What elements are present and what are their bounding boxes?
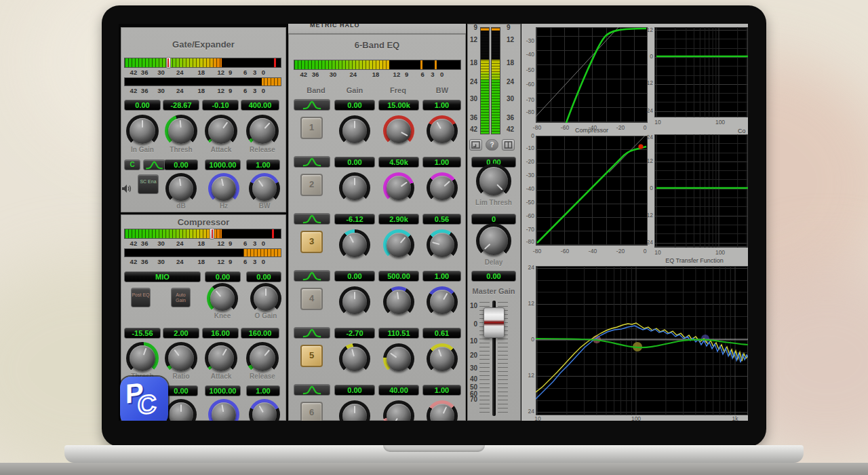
channel-link-button[interactable] — [502, 139, 515, 151]
eq-band1-gain-value[interactable]: 0.00 — [334, 100, 375, 111]
gate-sc-bw-value[interactable]: 1.00 — [246, 159, 280, 170]
gate-release-value[interactable]: 400.00 — [241, 100, 279, 111]
comp-threshold-handle[interactable] — [210, 228, 214, 240]
gate-thresh-value[interactable]: -28.67 — [163, 100, 199, 111]
gate-ingain-knob[interactable] — [126, 115, 159, 147]
eq-band4-bw-knob[interactable] — [427, 286, 458, 318]
comp-sc-hz-value[interactable]: 1000.00 — [205, 385, 241, 396]
eq-band4-bell-button[interactable] — [294, 270, 330, 282]
gate-attack-knob[interactable] — [205, 115, 237, 147]
gate-sc-enable-button[interactable]: SC Ena — [138, 174, 159, 194]
eq-band1-bw-value[interactable]: 1.00 — [422, 100, 461, 111]
eq-band2-bw-knob[interactable] — [427, 172, 458, 204]
gate-sc-hz-value[interactable]: 1000.00 — [205, 159, 241, 170]
help-button[interactable]: ? — [486, 139, 498, 151]
comp-ratio-value[interactable]: 2.00 — [163, 328, 199, 339]
eq-band2-gain-value[interactable]: 0.00 — [334, 157, 375, 168]
eq-band2-gain-knob[interactable] — [339, 172, 370, 204]
eq-band5-bw-knob[interactable] — [427, 343, 458, 375]
tick-label: 9 — [473, 24, 477, 31]
comp-thresh-knob[interactable] — [126, 342, 159, 375]
eq-band3-freq-knob[interactable] — [383, 229, 414, 261]
comp-attack-knob[interactable] — [205, 342, 237, 375]
eq-band5-freq-knob[interactable] — [383, 343, 414, 375]
eq-band2-button[interactable]: 2 — [300, 174, 323, 196]
comp-ogain-knob[interactable] — [250, 283, 281, 314]
eq-band4-button[interactable]: 4 — [300, 288, 323, 310]
limiter-knob[interactable] — [476, 164, 511, 199]
comp-ogain-value[interactable]: 0.00 — [246, 271, 281, 282]
eq-band2-bw-value[interactable]: 1.00 — [422, 157, 461, 168]
eq-band3-bell-button[interactable] — [294, 213, 330, 225]
comp-sc-db-value[interactable]: 0.00 — [164, 385, 198, 396]
eq-band5-freq-value[interactable]: 110.51 — [378, 328, 419, 339]
comp-knee-knob[interactable] — [207, 283, 238, 314]
comp-attack-value[interactable]: 16.00 — [202, 328, 239, 339]
tick-label: -40 — [526, 185, 534, 192]
gate-thresh-knob[interactable] — [165, 115, 197, 147]
eq-band2-freq-value[interactable]: 4.50k — [378, 157, 419, 168]
gate-attack-value[interactable]: -0.10 — [202, 100, 239, 111]
master-gain-value[interactable]: 0.00 — [471, 271, 516, 282]
tick-label: 30 — [330, 71, 337, 78]
eq-band3-button[interactable]: 3 — [300, 231, 323, 253]
speaker-icon[interactable] — [121, 184, 132, 193]
eq-band4-dot[interactable] — [701, 335, 709, 343]
tick-label: 42 — [130, 87, 138, 94]
eq-band1-bell-button[interactable] — [294, 99, 330, 111]
eq-band1-freq-knob[interactable] — [383, 115, 414, 147]
gate-ingain-value[interactable]: 0.00 — [124, 100, 161, 111]
window-mode-button[interactable] — [469, 139, 482, 151]
comp-release-knob[interactable] — [246, 342, 279, 375]
gate-sc-hz-label: Hz — [220, 202, 228, 210]
eq-band3-bw-knob[interactable] — [427, 229, 458, 261]
comp-autogain-button[interactable]: Auto Gain — [171, 288, 191, 307]
eq-band3-gain-knob[interactable] — [339, 229, 370, 261]
eq-band4-freq-knob[interactable] — [383, 286, 414, 318]
comp-posteq-button[interactable]: Post EQ — [131, 288, 151, 307]
eq-band6-freq-value[interactable]: 40.00 — [378, 385, 419, 396]
gate-release-knob[interactable] — [246, 115, 279, 147]
comp-ratio-knob[interactable] — [165, 342, 197, 375]
eq-band5-bw-value[interactable]: 0.61 — [422, 328, 461, 339]
eq-band5-gain-knob[interactable] — [339, 343, 370, 375]
comp-mio-display[interactable]: MIO — [124, 271, 201, 282]
eq-band5-bell-button[interactable] — [294, 327, 330, 339]
comp-sc-bw-value[interactable]: 1.00 — [246, 385, 280, 396]
tick-label: 24 — [176, 240, 184, 247]
eq-band4-gain-knob[interactable] — [339, 286, 370, 318]
eq-band1-button[interactable]: 1 — [300, 117, 323, 139]
tick-label: 40 — [470, 375, 477, 383]
gate-sc-db-value[interactable]: 0.00 — [164, 159, 198, 170]
tick-label: 18 — [197, 87, 205, 94]
tick-label: 36 — [141, 87, 149, 94]
eq-band1-freq-value[interactable]: 15.00k — [378, 100, 419, 111]
gate-sc-bw-knob[interactable] — [249, 173, 280, 204]
eq-band4-gain-value[interactable]: 0.00 — [334, 271, 375, 282]
eq-band4-bw-value[interactable]: 1.00 — [422, 271, 461, 282]
eq-band3-bw-value[interactable]: 0.56 — [422, 214, 461, 225]
eq-band3-freq-value[interactable]: 2.90k — [378, 214, 419, 225]
eq-band6-gain-value[interactable]: 0.00 — [334, 385, 375, 396]
gate-sc-bell-button[interactable] — [143, 159, 165, 170]
gate-sc-c-button[interactable]: C — [124, 159, 140, 170]
gate-sc-db-knob[interactable] — [165, 173, 197, 204]
gate-sc-hz-knob[interactable] — [208, 173, 239, 204]
eq-band3-gain-value[interactable]: -6.12 — [334, 214, 375, 225]
gate-threshold-handle[interactable] — [166, 57, 171, 69]
eq-band1-gain-knob[interactable] — [339, 115, 370, 147]
comp-knee-value[interactable]: 0.00 — [205, 271, 241, 282]
eq-band2-freq-knob[interactable] — [383, 172, 414, 204]
eq-band4-freq-value[interactable]: 500.00 — [378, 271, 419, 282]
master-fader-cap[interactable] — [484, 307, 505, 338]
eq-band2-bell-button[interactable] — [294, 156, 330, 168]
eq-band1-bw-knob[interactable] — [427, 115, 458, 147]
comp-release-value[interactable]: 160.00 — [241, 328, 279, 339]
eq-band5-gain-value[interactable]: -2.70 — [334, 328, 375, 339]
comp-thresh-value[interactable]: -15.56 — [124, 328, 161, 339]
eq-band6-bw-value[interactable]: 1.00 — [422, 385, 461, 396]
eq-band5-button[interactable]: 5 — [300, 345, 323, 367]
delay-knob[interactable] — [476, 223, 511, 259]
eq-band6-bell-button[interactable] — [294, 384, 330, 396]
eq-band6-button[interactable]: 6 — [300, 402, 323, 421]
